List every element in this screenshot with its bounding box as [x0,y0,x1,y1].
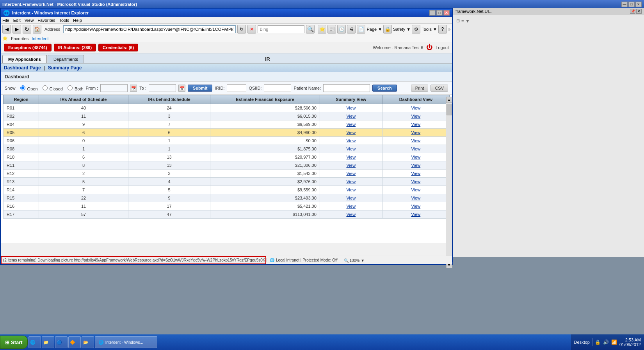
cell-dashboard-view[interactable]: View [382,112,449,120]
dashboard-view-link[interactable]: View [411,122,421,127]
start-button[interactable]: ⊞ Start [0,336,28,349]
search-button[interactable]: Search [372,85,397,92]
cell-summary-view[interactable]: View [320,129,382,137]
help-toolbar-btn[interactable]: ? [438,25,447,34]
dashboard-view-link[interactable]: View [411,196,421,200]
cell-dashboard-view[interactable]: View [382,202,449,210]
summary-view-link[interactable]: View [346,122,356,127]
cell-summary-view[interactable]: View [320,137,382,145]
ie-minimize-btn[interactable]: — [429,10,436,16]
dashboard-view-link[interactable]: View [411,155,421,159]
ie-close-btn[interactable]: ✕ [443,10,450,16]
logout-link[interactable]: Logout [436,45,449,50]
csv-button[interactable]: CSV [431,85,448,92]
ir-actions-button[interactable]: IR Actions: (289) [54,44,96,51]
menu-view[interactable]: View [25,18,34,23]
cell-dashboard-view[interactable]: View [382,170,449,178]
summary-view-link[interactable]: View [346,106,356,110]
cell-summary-view[interactable]: View [320,153,382,161]
from-calendar-icon[interactable]: 📅 [130,85,137,92]
menu-edit[interactable]: Edit [13,18,21,23]
to-calendar-icon[interactable]: 📅 [178,85,185,92]
dashboard-view-link[interactable]: View [411,106,421,110]
refresh-btn[interactable]: ↻ [23,25,31,34]
forward-btn[interactable]: ▶ [12,25,21,34]
back-btn[interactable]: ◀ [2,25,11,34]
dashboard-view-link[interactable]: View [411,212,421,217]
summary-view-link[interactable]: View [346,130,356,135]
rss-btn[interactable]: 📰 [327,25,336,34]
summary-view-link[interactable]: View [346,179,356,184]
breadcrumb-dashboard[interactable]: Dashboard Page [4,65,41,71]
search-go-btn[interactable]: 🔍 [306,25,315,34]
credentials-button[interactable]: Credentials: (6) [98,44,138,51]
cell-dashboard-view[interactable]: View [382,145,449,153]
summary-view-link[interactable]: View [346,212,356,217]
summary-view-link[interactable]: View [346,204,356,209]
tab-my-applications[interactable]: My Applications [2,55,47,63]
cell-dashboard-view[interactable]: View [382,129,449,137]
vs-minimize-btn[interactable]: — [621,2,628,7]
home-btn[interactable]: 🏠 [33,25,41,34]
history-btn[interactable]: 🕒 [337,25,346,34]
zoom-arrow[interactable]: ▼ [361,258,365,263]
cell-summary-view[interactable]: View [320,161,382,170]
taskbar-app2-icon[interactable]: 🔶 [68,336,81,348]
menu-tools[interactable]: Tools [59,18,69,23]
dashboard-view-link[interactable]: View [411,114,421,118]
cell-summary-view[interactable]: View [320,186,382,194]
dashboard-view-link[interactable]: View [411,171,421,176]
vs-restore-btn[interactable]: □ [628,2,635,7]
summary-view-link[interactable]: View [346,196,356,200]
menu-help[interactable]: Help [73,18,82,23]
summary-view-link[interactable]: View [346,155,356,159]
cell-summary-view[interactable]: View [320,194,382,202]
qsiid-input[interactable] [264,84,291,92]
cell-dashboard-view[interactable]: View [382,210,449,219]
cell-summary-view[interactable]: View [320,104,382,112]
cell-summary-view[interactable]: View [320,202,382,210]
dashboard-view-link[interactable]: View [411,179,421,184]
taskbar-ie-active[interactable]: 🌐 Interdent - Windows... [95,336,157,348]
cell-summary-view[interactable]: View [320,112,382,120]
cell-summary-view[interactable]: View [320,120,382,129]
print-toolbar-btn[interactable]: 🖨 [347,25,356,34]
tools-btn[interactable]: ⚙ [412,25,420,34]
summary-view-link[interactable]: View [346,138,356,143]
go-btn[interactable]: ↻ [237,25,246,34]
tab-departments[interactable]: Departments [48,55,84,63]
right-panel-dropdown[interactable]: ▼ [465,19,470,23]
taskbar-folder-icon[interactable]: 📂 [82,336,94,348]
taskbar-app1-icon[interactable]: 🔵 [55,336,68,348]
address-input[interactable] [63,25,236,33]
favorites-item[interactable]: Interdent [32,36,48,41]
favorites-btn[interactable]: ⭐ [318,25,326,34]
exceptions-button[interactable]: Exceptions (48744) [4,44,52,51]
irid-input[interactable] [227,84,246,92]
print-button[interactable]: Print [411,85,429,92]
both-radio[interactable] [68,85,73,90]
taskbar-explorer-icon[interactable]: 📁 [42,336,54,348]
cell-dashboard-view[interactable]: View [382,120,449,129]
dashboard-view-link[interactable]: View [411,138,421,143]
cell-summary-view[interactable]: View [320,145,382,153]
right-panel-pin[interactable]: 📌 [630,9,635,14]
dashboard-view-link[interactable]: View [411,163,421,168]
cell-dashboard-view[interactable]: View [382,153,449,161]
dashboard-view-link[interactable]: View [411,147,421,151]
stop-btn[interactable]: ✕ [247,25,256,34]
safety-btn[interactable]: 🔒 [383,25,392,34]
desktop-btn[interactable]: Desktop [574,340,590,345]
vs-close-btn[interactable]: ✕ [635,2,642,7]
taskbar-ie-icon[interactable]: 🌐 [28,336,41,348]
dashboard-view-link[interactable]: View [411,204,421,209]
page-btn[interactable]: 📄 [357,25,365,34]
dashboard-view-link[interactable]: View [411,130,421,135]
to-input[interactable] [149,84,176,92]
cell-dashboard-view[interactable]: View [382,186,449,194]
cell-dashboard-view[interactable]: View [382,104,449,112]
cell-dashboard-view[interactable]: View [382,194,449,202]
cell-summary-view[interactable]: View [320,210,382,219]
submit-button[interactable]: Submit [188,85,212,92]
cell-summary-view[interactable]: View [320,178,382,186]
